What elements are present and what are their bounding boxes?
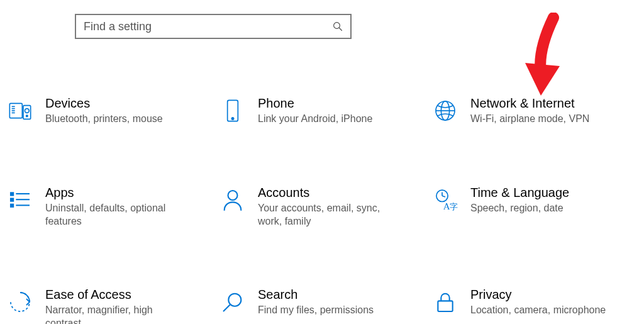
tile-text: Time & Language Speech, region, date [470,185,569,215]
tile-devices[interactable]: Devices Bluetooth, printers, mouse [6,94,213,127]
tile-title: Ease of Access [45,287,190,303]
tile-text: Devices Bluetooth, printers, mouse [45,96,163,126]
tile-subtitle: Speech, region, date [470,202,569,215]
svg-line-24 [442,196,445,197]
tile-text: Apps Uninstall, defaults, optional featu… [45,185,190,228]
tile-title: Network & Internet [470,96,589,111]
tile-phone[interactable]: Phone Link your Android, iPhone [219,94,425,127]
tile-time-language[interactable]: A 字 Time & Language Speech, region, date [431,184,638,230]
svg-rect-16 [11,198,13,201]
tile-title: Devices [45,96,163,111]
apps-icon [6,186,34,214]
tile-text: Accounts Your accounts, email, sync, wor… [258,185,402,228]
devices-icon [6,97,34,125]
phone-icon [219,97,247,125]
settings-search[interactable] [75,14,352,39]
svg-rect-15 [11,193,13,195]
tile-text: Ease of Access Narrator, magnifier, high… [45,287,190,324]
settings-grid: Devices Bluetooth, printers, mouse Phone… [6,94,638,324]
svg-line-28 [223,305,230,312]
svg-point-27 [228,294,241,306]
search-icon [325,21,350,32]
tile-title: Apps [45,185,190,201]
tile-title: Accounts [258,185,402,201]
tile-title: Time & Language [470,185,569,201]
svg-line-1 [339,28,342,31]
tile-text: Search Find my files, permissions [258,287,374,317]
svg-rect-29 [438,301,452,312]
tile-subtitle: Link your Android, iPhone [258,113,372,126]
tile-subtitle: Bluetooth, printers, mouse [45,113,163,126]
tile-title: Phone [258,96,372,111]
search-input[interactable] [76,15,325,38]
svg-point-0 [334,23,340,29]
tile-accounts[interactable]: Accounts Your accounts, email, sync, wor… [219,184,425,230]
tile-subtitle: Your accounts, email, sync, work, family [258,202,402,228]
tile-text: Network & Internet Wi-Fi, airplane mode,… [470,96,589,126]
tile-network-internet[interactable]: Network & Internet Wi-Fi, airplane mode,… [431,94,638,127]
svg-text:字: 字 [450,202,458,211]
tile-text: Privacy Location, camera, microphone [470,287,606,317]
tile-apps[interactable]: Apps Uninstall, defaults, optional featu… [6,184,213,230]
annotation-arrow [519,13,569,101]
svg-rect-2 [9,103,22,118]
tile-title: Privacy [470,287,606,303]
tile-ease-of-access[interactable]: Ease of Access Narrator, magnifier, high… [6,286,213,324]
tile-search[interactable]: Search Find my files, permissions [219,286,425,324]
time-language-icon: A 字 [431,186,459,214]
tile-privacy[interactable]: Privacy Location, camera, microphone [431,286,638,324]
tile-text: Phone Link your Android, iPhone [258,96,372,126]
magnifier-icon [219,288,247,316]
svg-point-11 [231,118,233,120]
tile-subtitle: Wi-Fi, airplane mode, VPN [470,113,589,126]
person-icon [219,186,247,214]
svg-point-21 [228,191,238,200]
tile-subtitle: Narrator, magnifier, high contrast [45,304,190,324]
tile-title: Search [258,287,374,303]
tile-subtitle: Location, camera, microphone [470,304,606,317]
tile-subtitle: Find my files, permissions [258,304,374,317]
lock-icon [431,288,459,316]
ease-of-access-icon [6,288,34,316]
svg-point-9 [26,115,28,117]
tile-subtitle: Uninstall, defaults, optional features [45,202,190,228]
svg-rect-17 [11,204,13,206]
globe-icon [431,97,459,125]
svg-point-8 [25,109,30,113]
